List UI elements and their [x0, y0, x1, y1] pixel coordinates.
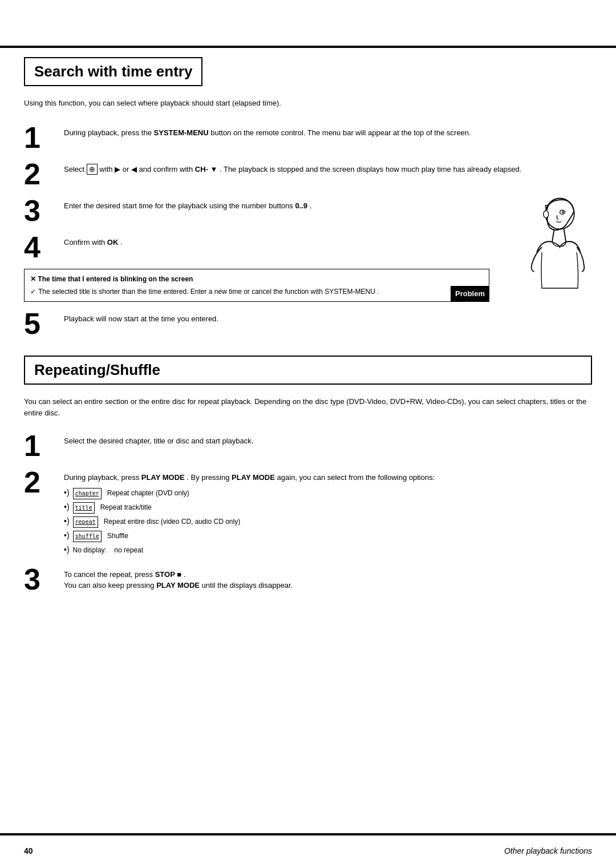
- problem-system-menu: SYSTEM-MENU: [325, 288, 375, 296]
- step-1-row: 1 During playback, press the SYSTEM-MENU…: [24, 123, 592, 152]
- step3-numbers: 0..9: [295, 201, 307, 210]
- top-rule: [0, 46, 616, 48]
- problem-header: ✕ The time that I entered is blinking on…: [30, 274, 483, 284]
- problem-content: ✓ The selected title is shorter than the…: [30, 286, 483, 297]
- x-mark: ✕: [30, 275, 36, 283]
- step-3-content: Enter the desired start time for the pla…: [64, 196, 489, 212]
- section2-intro: You can select an entire section or the …: [24, 396, 592, 420]
- bullet-dot-5: •): [64, 543, 70, 557]
- section2-step-1-row: 1 Select the desired chapter, title or d…: [24, 431, 592, 461]
- step-2-number: 2: [24, 159, 64, 189]
- step-2-content: Select ⊕ with ▶ or ◀ and confirm with CH…: [64, 159, 592, 175]
- step-3-row: 3 Enter the desired start time for the p…: [24, 196, 489, 225]
- step-3-4-area: 3 Enter the desired start time for the p…: [24, 196, 592, 302]
- title-icon: title: [73, 502, 95, 514]
- section2-step-1-number: 1: [24, 431, 64, 461]
- section2-step-3-number: 3: [24, 564, 64, 594]
- step2-ch: CH- ▼: [195, 165, 218, 173]
- bullet-dot-4: •): [64, 528, 70, 543]
- s2-stop: STOP ■: [155, 570, 181, 579]
- section2-step-2-content: During playback, press PLAY MODE . By pr…: [64, 467, 592, 557]
- section1-title-box: Search with time entry: [24, 57, 202, 86]
- step-1-content: During playback, press the SYSTEM-MENU b…: [64, 123, 592, 139]
- shuffle-icon: shuffle: [73, 531, 102, 542]
- problem-text: The selected title is shorter than the t…: [38, 286, 379, 297]
- step-5-content: Playback will now start at the time you …: [64, 309, 592, 325]
- person-svg: [512, 196, 592, 298]
- bullet-title: •) title Repeat track/title: [64, 500, 592, 514]
- step-1-number: 1: [24, 123, 64, 152]
- bullet-chapter: •) chapter Repeat chapter (DVD only): [64, 486, 592, 500]
- footer-label: Other playback functions: [504, 846, 592, 855]
- section1-intro: Using this function, you can select wher…: [24, 98, 592, 109]
- section1-title: Search with time entry: [34, 63, 192, 80]
- step4-ok: OK: [107, 238, 119, 247]
- svg-point-3: [544, 211, 549, 218]
- section2-title: Repeating/Shuffle: [34, 361, 582, 379]
- section2-step-3-content: To cancel the repeat, press STOP ■ . You…: [64, 564, 592, 591]
- section2-step-3-row: 3 To cancel the repeat, press STOP ■ . Y…: [24, 564, 592, 594]
- problem-badge: Problem: [451, 286, 489, 302]
- bullet-repeat-label: Repeat entire disc (video CD, audio CD o…: [104, 516, 240, 528]
- page-number: 40: [24, 846, 33, 855]
- step-2-row: 2 Select ⊕ with ▶ or ◀ and confirm with …: [24, 159, 592, 189]
- bullet-title-label: Repeat track/title: [100, 502, 152, 514]
- bullet-dot-3: •): [64, 514, 70, 528]
- step-4-row: 4 Confirm with OK .: [24, 232, 489, 262]
- step-5-row: 5 Playback will now start at the time yo…: [24, 309, 592, 338]
- s2-play-mode2: PLAY MODE: [232, 473, 275, 482]
- section2-step-2-number: 2: [24, 467, 64, 497]
- bullet-shuffle-label: Shuffle: [107, 530, 128, 543]
- repeat-icon: repeat: [73, 516, 98, 528]
- bullet-no-display-label: No display: no repeat: [73, 544, 143, 557]
- step1-bold: SYSTEM-MENU: [154, 128, 209, 137]
- s2-play-mode: PLAY MODE: [141, 473, 185, 482]
- bullet-list: •) chapter Repeat chapter (DVD only) •) …: [64, 486, 592, 558]
- svg-point-2: [562, 211, 564, 213]
- step-4-number: 4: [24, 232, 64, 262]
- bullet-repeat: •) repeat Repeat entire disc (video CD, …: [64, 514, 592, 528]
- problem-box: ✕ The time that I entered is blinking on…: [24, 269, 489, 302]
- checkmark-icon: ✓: [30, 286, 36, 297]
- step-3-4-left: 3 Enter the desired start time for the p…: [24, 196, 489, 302]
- chapter-icon: chapter: [73, 488, 102, 499]
- bullet-chapter-label: Repeat chapter (DVD only): [107, 487, 189, 500]
- bottom-rule: [0, 833, 616, 835]
- bullet-dot-1: •): [64, 486, 70, 500]
- bullet-shuffle: •) shuffle Shuffle: [64, 528, 592, 543]
- section2: Repeating/Shuffle You can select an enti…: [24, 356, 592, 594]
- page-content: Search with time entry Using this functi…: [24, 57, 592, 830]
- section2-step-1-content: Select the desired chapter, title or dis…: [64, 431, 592, 447]
- step-4-content: Confirm with OK .: [64, 232, 489, 248]
- bullet-dot-2: •): [64, 500, 70, 514]
- section2-title-box: Repeating/Shuffle: [24, 356, 592, 385]
- bullet-no-display: •) No display: no repeat: [64, 543, 592, 557]
- person-illustration-container: [501, 196, 592, 302]
- step-5-number: 5: [24, 309, 64, 338]
- section2-step-2-row: 2 During playback, press PLAY MODE . By …: [24, 467, 592, 557]
- icon-clock: ⊕: [87, 164, 98, 175]
- s2-play-mode3: PLAY MODE: [156, 581, 200, 590]
- step-3-number: 3: [24, 196, 64, 225]
